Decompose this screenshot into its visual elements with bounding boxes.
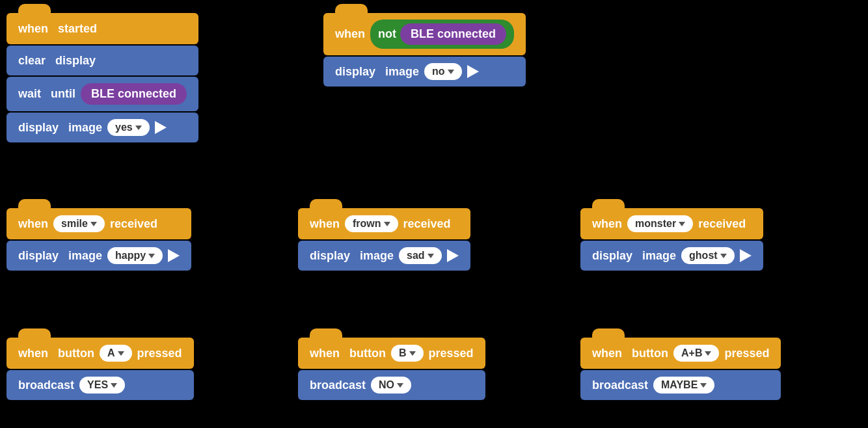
- block-display-image-no[interactable]: display image no: [323, 57, 526, 87]
- dropdown-arrow-icon: [679, 222, 685, 226]
- dropdown-arrow-icon: [135, 126, 142, 130]
- pressed-label: pressed: [724, 347, 769, 360]
- group-smile-received: when smile received display image happy: [7, 208, 191, 271]
- hat-button-ab[interactable]: when button A+B pressed: [580, 338, 781, 369]
- block-display-image-happy[interactable]: display image happy: [7, 241, 191, 271]
- block-label: broadcast: [18, 379, 74, 392]
- group-button-b: when button B pressed broadcast NO: [298, 338, 485, 400]
- received-label: received: [403, 217, 451, 231]
- dropdown-arrow-icon: [409, 351, 416, 356]
- block-label: display image: [310, 249, 394, 263]
- hat-frown-received[interactable]: when frown received: [298, 208, 470, 239]
- hat-label: when: [310, 217, 340, 231]
- pressed-label: pressed: [137, 347, 182, 360]
- dropdown-arrow-icon: [720, 254, 727, 258]
- block-broadcast-yes[interactable]: broadcast YES: [7, 370, 194, 400]
- button-a-pill[interactable]: A: [100, 345, 132, 362]
- group-frown-received: when frown received display image sad: [298, 208, 470, 271]
- dropdown-arrow-icon: [118, 351, 124, 356]
- block-label: clear display: [18, 54, 96, 68]
- dropdown-arrow-icon: [705, 351, 711, 356]
- button-b-pill[interactable]: B: [391, 345, 424, 362]
- dropdown-arrow-icon: [397, 383, 403, 388]
- smile-pill[interactable]: smile: [53, 215, 105, 232]
- block-display-image-ghost[interactable]: display image ghost: [580, 241, 763, 271]
- received-label: received: [110, 217, 157, 231]
- play-icon[interactable]: [155, 121, 167, 134]
- image-yes-pill[interactable]: yes: [107, 119, 150, 136]
- group-when-not-ble: when not BLE connected display image no: [323, 13, 526, 87]
- hat-label: when: [335, 27, 365, 41]
- ble-connected-pill[interactable]: BLE connected: [81, 83, 187, 105]
- group-monster-received: when monster received display image ghos…: [580, 208, 763, 271]
- not-label: not: [378, 27, 396, 41]
- group-button-ab: when button A+B pressed broadcast MAYBE: [580, 338, 781, 400]
- dropdown-arrow-icon: [700, 383, 707, 388]
- hat-label: when button: [592, 347, 668, 360]
- play-icon[interactable]: [467, 65, 479, 78]
- image-sad-pill[interactable]: sad: [399, 247, 442, 264]
- pressed-label: pressed: [429, 347, 474, 360]
- broadcast-no-pill[interactable]: NO: [371, 377, 411, 394]
- group-when-started: when started clear display wait until BL…: [7, 13, 198, 142]
- hat-when-started[interactable]: when started: [7, 13, 198, 44]
- block-label: display image: [335, 65, 419, 79]
- frown-pill[interactable]: frown: [345, 215, 398, 232]
- hat-when-not-ble[interactable]: when not BLE connected: [323, 13, 526, 55]
- block-label: display image: [592, 249, 676, 263]
- image-happy-pill[interactable]: happy: [107, 247, 163, 264]
- block-wait-until[interactable]: wait until BLE connected: [7, 77, 198, 111]
- hat-button-b[interactable]: when button B pressed: [298, 338, 485, 369]
- image-no-pill[interactable]: no: [424, 63, 462, 80]
- dropdown-arrow-icon: [427, 254, 434, 258]
- block-label: wait until: [18, 87, 75, 101]
- block-broadcast-no[interactable]: broadcast NO: [298, 370, 485, 400]
- dropdown-arrow-icon: [90, 222, 97, 226]
- hat-label: when: [592, 217, 622, 231]
- block-clear-display[interactable]: clear display: [7, 46, 198, 75]
- broadcast-yes-pill[interactable]: YES: [79, 377, 125, 394]
- monster-pill[interactable]: monster: [627, 215, 693, 232]
- block-label: broadcast: [592, 379, 648, 392]
- dropdown-arrow-icon: [448, 70, 454, 74]
- block-display-image-sad[interactable]: display image sad: [298, 241, 470, 271]
- ble-connected-pill[interactable]: BLE connected: [400, 23, 506, 45]
- dropdown-arrow-icon: [148, 254, 155, 258]
- block-label: display image: [18, 121, 102, 135]
- hat-smile-received[interactable]: when smile received: [7, 208, 191, 239]
- play-icon[interactable]: [740, 249, 752, 262]
- play-icon[interactable]: [447, 249, 459, 262]
- hat-label: when button: [18, 347, 94, 360]
- block-display-image-yes[interactable]: display image yes: [7, 113, 198, 142]
- dropdown-arrow-icon: [384, 222, 390, 226]
- button-ab-pill[interactable]: A+B: [673, 345, 719, 362]
- dropdown-arrow-icon: [111, 383, 117, 388]
- hat-label: when button: [310, 347, 386, 360]
- received-label: received: [698, 217, 746, 231]
- block-label: broadcast: [310, 379, 366, 392]
- hat-label: when started: [18, 22, 97, 36]
- not-ble-block[interactable]: not BLE connected: [370, 20, 514, 49]
- hat-monster-received[interactable]: when monster received: [580, 208, 763, 239]
- hat-label: when: [18, 217, 48, 231]
- play-icon[interactable]: [168, 249, 180, 262]
- block-broadcast-maybe[interactable]: broadcast MAYBE: [580, 370, 781, 400]
- group-button-a: when button A pressed broadcast YES: [7, 338, 194, 400]
- block-label: display image: [18, 249, 102, 263]
- broadcast-maybe-pill[interactable]: MAYBE: [653, 377, 714, 394]
- hat-button-a[interactable]: when button A pressed: [7, 338, 194, 369]
- image-ghost-pill[interactable]: ghost: [681, 247, 735, 264]
